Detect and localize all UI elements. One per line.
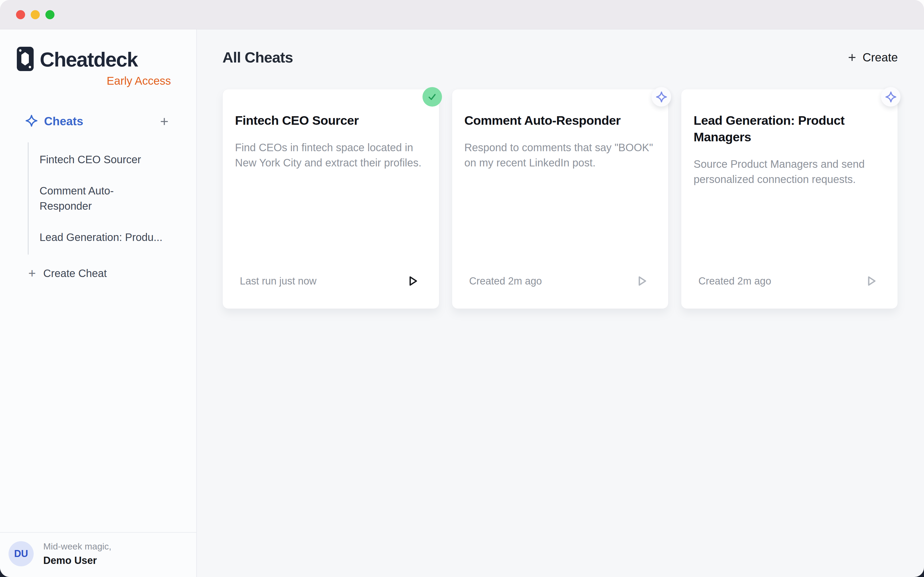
user-texts: Mid-week magic, Demo User bbox=[43, 541, 111, 566]
logo-row: Cheatdeck bbox=[16, 47, 171, 73]
zoom-button[interactable] bbox=[45, 10, 55, 19]
sidebar-section-cheats[interactable]: Cheats + bbox=[25, 114, 169, 129]
card-meta: Last run just now bbox=[240, 276, 317, 287]
page-title: All Cheats bbox=[222, 48, 293, 66]
play-icon bbox=[636, 275, 648, 287]
run-cheat-button[interactable] bbox=[406, 275, 419, 287]
ai-badge bbox=[652, 87, 671, 106]
user-name: Demo User bbox=[43, 555, 111, 566]
play-icon bbox=[865, 275, 877, 287]
card-title: Fintech CEO Sourcer bbox=[235, 112, 426, 129]
minimize-button[interactable] bbox=[31, 10, 40, 19]
early-access-badge: Early Access bbox=[16, 74, 171, 87]
success-badge bbox=[422, 87, 442, 106]
card-description: Find CEOs in fintech space located in Ne… bbox=[235, 140, 426, 171]
card-title: Lead Generation: Product Managers bbox=[694, 112, 885, 145]
cheat-nav-list: Fintech CEO Sourcer Comment Auto-Respond… bbox=[28, 142, 196, 255]
user-greeting: Mid-week magic, bbox=[43, 541, 111, 552]
user-block[interactable]: DU Mid-week magic, Demo User bbox=[0, 532, 196, 577]
titlebar bbox=[0, 0, 924, 29]
cheat-card-fintech-ceo-sourcer[interactable]: Fintech CEO Sourcer Find CEOs in fintech… bbox=[222, 89, 439, 309]
play-icon bbox=[406, 275, 419, 287]
app-body: Cheatdeck Early Access Cheats + Fintech … bbox=[0, 29, 924, 577]
card-meta: Created 2m ago bbox=[469, 276, 542, 287]
sparkle-icon bbox=[885, 91, 897, 103]
cheat-card-comment-auto-responder[interactable]: Comment Auto-Responder Respond to commen… bbox=[452, 89, 669, 309]
sidebar-item-comment-auto-responder[interactable]: Comment Auto-Responder bbox=[40, 183, 128, 214]
run-cheat-button[interactable] bbox=[865, 275, 877, 287]
run-cheat-button[interactable] bbox=[636, 275, 648, 287]
sparkle-icon bbox=[25, 114, 38, 129]
sparkle-icon bbox=[655, 91, 668, 103]
cheat-card-grid: Fintech CEO Sourcer Find CEOs in fintech… bbox=[222, 89, 898, 309]
create-cheat-button[interactable]: + Create Cheat bbox=[28, 267, 196, 280]
main-header: All Cheats + Create bbox=[222, 48, 898, 66]
card-footer: Last run just now bbox=[240, 275, 419, 287]
create-button-label: Create bbox=[863, 51, 898, 64]
card-footer: Created 2m ago bbox=[469, 275, 648, 287]
create-button[interactable]: + Create bbox=[848, 50, 898, 64]
cheat-card-lead-generation[interactable]: Lead Generation: Product Managers Source… bbox=[681, 89, 898, 309]
create-cheat-label: Create Cheat bbox=[43, 268, 107, 279]
sidebar: Cheatdeck Early Access Cheats + Fintech … bbox=[0, 29, 197, 577]
ai-badge bbox=[881, 87, 900, 106]
close-button[interactable] bbox=[16, 10, 25, 19]
card-description: Respond to comments that say "BOOK" on m… bbox=[464, 140, 655, 171]
avatar: DU bbox=[8, 541, 34, 566]
card-footer: Created 2m ago bbox=[698, 275, 877, 287]
sidebar-section-label: Cheats bbox=[44, 114, 154, 128]
sidebar-item-lead-generation[interactable]: Lead Generation: Produ... bbox=[40, 230, 188, 245]
card-meta: Created 2m ago bbox=[698, 276, 771, 287]
check-icon bbox=[426, 90, 438, 103]
plus-icon: + bbox=[28, 267, 36, 280]
card-description: Source Product Managers and send persona… bbox=[694, 156, 885, 187]
plus-icon: + bbox=[848, 50, 856, 64]
card-title: Comment Auto-Responder bbox=[464, 112, 655, 129]
add-cheat-icon[interactable]: + bbox=[160, 114, 169, 129]
sidebar-item-fintech-ceo-sourcer[interactable]: Fintech CEO Sourcer bbox=[40, 152, 188, 167]
cheatdeck-logo-icon bbox=[16, 47, 34, 73]
logo-block: Cheatdeck Early Access bbox=[16, 47, 171, 87]
logo-text: Cheatdeck bbox=[40, 48, 137, 71]
app-window: Cheatdeck Early Access Cheats + Fintech … bbox=[0, 0, 924, 577]
main-content: All Cheats + Create Fintech CEO Sourcer … bbox=[197, 29, 924, 577]
